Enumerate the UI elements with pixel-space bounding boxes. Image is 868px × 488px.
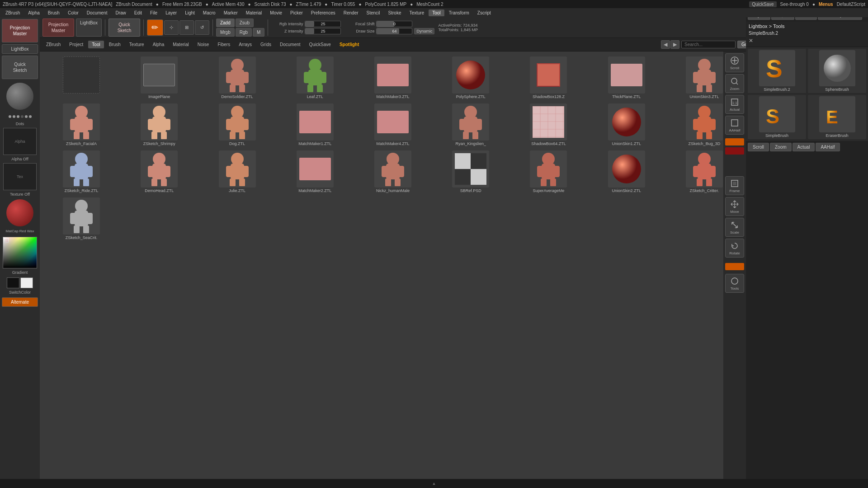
zadd-btn[interactable]: Zadd: [216, 19, 235, 27]
sub-quicksave[interactable]: QuickSave: [306, 41, 335, 48]
menu-edit[interactable]: Edit: [131, 9, 146, 16]
sub-grids[interactable]: Grids: [257, 41, 275, 48]
rotate-mode-btn[interactable]: ↺: [195, 20, 209, 35]
quick-sketch-toolbar[interactable]: Quick Sketch: [108, 19, 140, 37]
zoom-btn[interactable]: Zoom: [725, 74, 744, 93]
tool-item[interactable]: Nickz_humanMale: [355, 149, 431, 194]
mrgb-btn[interactable]: Mrgb: [216, 28, 235, 37]
dynamic-btn[interactable]: Dynamic: [414, 28, 434, 34]
default-script[interactable]: DefaultZScript: [837, 2, 865, 7]
menu-draw[interactable]: Draw: [112, 9, 129, 16]
scroll-btn[interactable]: Scroll: [725, 53, 744, 72]
nav-next[interactable]: ▶: [670, 40, 679, 49]
brush-item[interactable]: S SimpleBrush: [748, 95, 806, 139]
see-through[interactable]: See-through 0: [780, 2, 809, 7]
menu-preferences[interactable]: Preferences: [307, 9, 339, 16]
lb-aahalf-btn[interactable]: AAHalf: [816, 143, 840, 151]
swatch-white[interactable]: [20, 277, 33, 288]
swatch-black[interactable]: [7, 277, 19, 288]
quick-sketch-btn[interactable]: Quick Sketch: [2, 56, 38, 79]
tool-item[interactable]: DemoHead.ZTL: [121, 149, 197, 194]
sub-project[interactable]: Project: [66, 41, 87, 48]
sub-noise[interactable]: Noise: [194, 41, 213, 48]
sub-spotlight[interactable]: Spotlight: [336, 41, 363, 48]
tool-item[interactable]: MatchMaker1.ZTL: [277, 102, 353, 147]
texture-preview[interactable]: Tex: [3, 163, 37, 190]
menu-picker[interactable]: Picker: [287, 9, 307, 16]
menu-layer[interactable]: Layer: [162, 9, 180, 16]
zsub-btn[interactable]: Zsub: [236, 19, 254, 27]
menu-file[interactable]: File: [146, 9, 161, 16]
projection-master-btn[interactable]: Projection Master: [2, 19, 38, 42]
tool-item[interactable]: ShadowBox128.Z: [510, 55, 586, 100]
draw-size-slider[interactable]: 64: [376, 28, 412, 34]
brush-item[interactable]: S SimpleBrush.2: [748, 49, 806, 93]
tool-item[interactable]: Julie.ZTL: [199, 149, 275, 194]
tool-item[interactable]: ZSketch_Ride.ZTL: [43, 149, 119, 194]
brush-item[interactable]: SphereBrush: [808, 49, 866, 93]
tool-item[interactable]: ImagePlane: [121, 55, 197, 100]
tool-item[interactable]: ZSketch_Shrimpy: [121, 102, 197, 147]
menu-alpha[interactable]: Alpha: [24, 9, 43, 16]
sub-zbrush[interactable]: ZBrush: [42, 41, 64, 48]
quicksave-btn[interactable]: QuickSave: [749, 1, 776, 7]
tool-item[interactable]: MatchMaker4.ZTL: [355, 102, 431, 147]
menu-render[interactable]: Render: [340, 9, 362, 16]
tool-item[interactable]: ZSketch_SeaCrit.: [43, 196, 119, 241]
menu-color[interactable]: Color: [64, 9, 82, 16]
frame-btn[interactable]: Frame: [725, 176, 744, 195]
tool-item[interactable]: Dog.ZTL: [199, 102, 275, 147]
menu-stroke[interactable]: Stroke: [385, 9, 405, 16]
tool-item[interactable]: Ryan_Kingslien_: [433, 102, 509, 147]
menu-light[interactable]: Light: [181, 9, 198, 16]
tool-item[interactable]: DemoSoldier.ZTL: [199, 55, 275, 100]
actual-btn[interactable]: 1:1 Actual: [725, 95, 744, 114]
menu-tool[interactable]: Tool: [429, 9, 444, 16]
tool-item[interactable]: Leaf.ZTL: [277, 55, 353, 100]
proj-master-large[interactable]: Projection Master: [42, 19, 74, 37]
menu-movie[interactable]: Movie: [266, 9, 286, 16]
switch-colors[interactable]: [7, 277, 33, 288]
menu-document[interactable]: Document: [83, 9, 111, 16]
menu-transform[interactable]: Transform: [445, 9, 473, 16]
close-lightbox[interactable]: ✕: [749, 38, 753, 44]
rgb-btn[interactable]: Rgb: [236, 28, 252, 37]
tool-item[interactable]: ZSketch_FacialA: [43, 102, 119, 147]
menus-btn[interactable]: Menus: [819, 2, 833, 7]
sub-arrays[interactable]: Arrays: [235, 41, 255, 48]
m-btn[interactable]: M: [253, 28, 264, 37]
alternate-btn[interactable]: Alternate: [2, 297, 38, 307]
tool-item[interactable]: UnionSkin2.ZTL: [589, 149, 665, 194]
scale-btn[interactable]: Scale: [725, 218, 744, 237]
tool-item[interactable]: UnionSkin1.ZTL: [589, 102, 665, 147]
menu-brush[interactable]: Brush: [44, 9, 63, 16]
sub-material[interactable]: Material: [169, 41, 193, 48]
scale-mode-btn[interactable]: ⊞: [179, 20, 194, 35]
draw-mode-btn[interactable]: ✏: [147, 19, 163, 36]
menu-material[interactable]: Material: [242, 9, 266, 16]
menu-zscript[interactable]: Zscript: [474, 9, 495, 16]
lightbox-btn[interactable]: LightBox: [2, 44, 38, 54]
move-btn[interactable]: Move: [725, 197, 744, 216]
lightbox-toolbar-btn[interactable]: LightBox: [76, 19, 102, 37]
sub-brush[interactable]: Brush: [105, 41, 124, 48]
move-mode-btn[interactable]: ⊹: [164, 20, 179, 35]
sub-texture[interactable]: Texture: [126, 41, 148, 48]
menu-macro[interactable]: Macro: [199, 9, 219, 16]
material-preview[interactable]: [6, 199, 33, 226]
menu-stencil[interactable]: Stencil: [363, 9, 384, 16]
rgb-intensity-slider[interactable]: 25: [305, 21, 341, 27]
tool-item[interactable]: SuperAverageMe: [510, 149, 586, 194]
rotate-btn[interactable]: Rotate: [725, 239, 744, 258]
sub-fibers[interactable]: Fibers: [214, 41, 234, 48]
focal-shift-slider[interactable]: 0: [376, 21, 412, 27]
brush-item[interactable]: E EraserBrush: [808, 95, 866, 139]
aahalf-btn[interactable]: AAHalf: [725, 116, 744, 135]
lb-actual-btn[interactable]: Actual: [793, 143, 815, 151]
search-input[interactable]: [681, 41, 736, 48]
tool-item[interactable]: PolySphere.ZTL: [433, 55, 509, 100]
lb-zoom-btn[interactable]: Zoom: [770, 143, 792, 151]
menu-marker[interactable]: Marker: [220, 9, 241, 16]
nav-prev[interactable]: ◀: [661, 40, 670, 49]
lb-scroll-btn[interactable]: Scroll: [748, 143, 769, 151]
